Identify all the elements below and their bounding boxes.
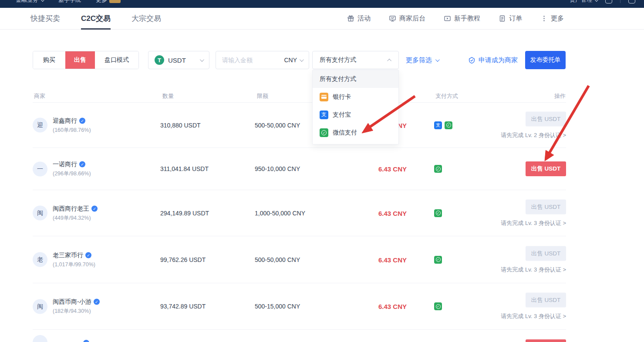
table-row: 一一诺商行✓(296单/98.66%)311,041.84 USDT950-10… — [33, 148, 566, 190]
table-row: 闽闽西商行老王✓(449单/94.32%)294,149.89 USDT1,00… — [33, 190, 566, 236]
merchant-cell: 老老三家币行✓(1,017单/99.70%) — [33, 251, 95, 268]
limit-cell: 1,000-50,000 CNY — [255, 210, 305, 217]
payment-icons-cell: 支✓ — [434, 121, 452, 129]
payment-dropdown-menu: 所有支付方式 银行卡 支 支付宝 ✓ 微信支付 — [312, 70, 399, 144]
topbar-menu-assets[interactable]: 资产管理 — [570, 0, 597, 4]
merchant-cell: ✓ — [33, 335, 89, 342]
buy-tab[interactable]: 购买 — [33, 51, 65, 69]
amount-input[interactable] — [222, 57, 280, 64]
nav-link-activity[interactable]: 活动 — [347, 14, 371, 23]
merchant-orders: (182单/94.30%) — [53, 308, 100, 315]
merchant-name[interactable]: 闽西商行老王✓ — [53, 205, 98, 212]
user-icon[interactable] — [605, 0, 612, 3]
payment-icons-cell: ✓ — [434, 165, 442, 173]
top-navigation-bar: 金融业务 新手学院 更多 资产管理 — [0, 0, 644, 8]
payment-method-select[interactable]: 所有支付方式 — [312, 51, 399, 69]
download-app-icon[interactable] — [628, 0, 635, 3]
topbar-menu-academy[interactable]: 新手学院 — [58, 0, 81, 4]
sell-usdt-button[interactable]: 出售 USDT — [526, 199, 566, 214]
amount-filter: CNY — [216, 51, 309, 69]
nav-link-merchant-console[interactable]: 商家后台 — [389, 14, 425, 23]
col-merchant: 商家 — [34, 92, 45, 100]
merchant-name[interactable]: 迎鑫商行✓ — [53, 117, 91, 124]
wechat-pay-icon: ✓ — [445, 121, 452, 129]
merchant-orders: (160单/98.76%) — [53, 126, 91, 134]
amount-cell: 93,742.89 USDT — [160, 303, 206, 310]
sell-usdt-button[interactable]: 出售 USDT — [526, 293, 566, 308]
tether-icon: T — [155, 55, 164, 65]
sell-usdt-button[interactable] — [526, 339, 566, 342]
dropdown-item-wechatpay[interactable]: ✓ 微信支付 — [313, 124, 398, 141]
offers-table: 商家 数量 限额 支付方式 操作 迎迎鑫商行✓(160单/98.76%)310,… — [33, 91, 566, 342]
post-order-button[interactable]: 发布委托单 — [525, 51, 566, 69]
action-cell: 出售 USDT请先完成 Lv. 2 身份认证 > — [501, 111, 566, 139]
tab-c2c-trade[interactable]: C2C交易 — [81, 8, 111, 30]
nav-link-orders[interactable]: 订单 — [499, 14, 522, 23]
limit-cell: 500-50,000 CNY — [255, 256, 300, 263]
dropdown-item-alipay[interactable]: 支 支付宝 — [313, 106, 398, 124]
payment-icons-cell: ✓ — [434, 256, 442, 264]
dropdown-item-bankcard[interactable]: 银行卡 — [313, 88, 398, 106]
nav-link-beginner-tutorial[interactable]: 新手教程 — [444, 14, 480, 23]
wechat-pay-icon: ✓ — [320, 128, 328, 137]
merchant-orders: (296单/98.66%) — [53, 170, 91, 178]
avatar: 闽 — [33, 299, 47, 314]
video-icon — [444, 15, 451, 22]
action-cell: 出售 USDT — [526, 161, 566, 176]
new-badge — [109, 0, 121, 3]
table-row: 迎迎鑫商行✓(160单/98.76%)310,880 USDT500-50,00… — [33, 103, 566, 148]
action-cell: 出售 USDT请先完成 Lv. 3 身份认证 > — [501, 199, 566, 227]
wechat-pay-icon: ✓ — [434, 165, 442, 173]
chevron-down-icon — [435, 57, 440, 62]
topbar-menu-more[interactable]: 更多 — [96, 0, 121, 4]
payment-icons-cell: ✓ — [434, 209, 442, 217]
more-dots-icon — [540, 15, 548, 22]
verified-icon: ✓ — [91, 205, 98, 211]
merchant-name[interactable]: 闽西币商-小游✓ — [53, 298, 100, 306]
apply-merchant-link[interactable]: 申请成为商家 — [468, 51, 518, 69]
amount-cell: 311,041.84 USDT — [160, 165, 209, 172]
orderbook-mode-tab[interactable]: 盘口模式 — [95, 51, 138, 69]
col-amount: 数量 — [162, 92, 174, 100]
tab-block-trade[interactable]: 大宗交易 — [131, 8, 161, 30]
verified-icon: ✓ — [85, 252, 91, 258]
wechat-pay-icon: ✓ — [434, 302, 442, 310]
currency-select[interactable]: CNY — [284, 57, 303, 64]
avatar: 迎 — [33, 118, 47, 133]
topbar-menu-finance[interactable]: 金融业务 — [16, 0, 44, 4]
avatar: 闽 — [33, 206, 47, 221]
col-action: 操作 — [554, 92, 566, 100]
sell-tab[interactable]: 出售 — [65, 51, 95, 69]
filter-bar: 购买 出售 盘口模式 T USDT CNY 所有支付方式 更多筛选 申请成 — [33, 51, 566, 69]
merchant-name[interactable]: 一诺商行✓ — [53, 161, 91, 168]
dropdown-item-all-payments[interactable]: 所有支付方式 — [313, 70, 398, 88]
sell-usdt-button[interactable]: 出售 USDT — [526, 161, 566, 176]
trade-mode-tabs: 快捷买卖 C2C交易 大宗交易 — [30, 8, 161, 30]
table-row: 老老三家币行✓(1,017单/99.70%)99,762.26 USDT500-… — [33, 236, 566, 283]
more-filters-link[interactable]: 更多筛选 — [406, 51, 438, 69]
merchant-cell: 闽闽西商行老王✓(449单/94.32%) — [33, 205, 98, 221]
verify-hint[interactable]: 请先完成 Lv. 2 身份认证 > — [501, 131, 566, 139]
secondary-navigation: 快捷买卖 C2C交易 大宗交易 活动 商家后台 新手教程 订单 — [0, 8, 644, 30]
verify-hint[interactable]: 请先完成 Lv. 3 身份认证 > — [501, 265, 566, 273]
verified-icon: ✓ — [83, 340, 89, 342]
dashboard-icon — [389, 15, 396, 22]
sell-usdt-button[interactable]: 出售 USDT — [526, 246, 566, 261]
sell-usdt-button[interactable]: 出售 USDT — [526, 111, 566, 126]
gift-icon — [347, 15, 354, 22]
verified-icon: ✓ — [94, 299, 100, 305]
nav-link-more[interactable]: 更多 — [540, 14, 564, 23]
order-icon — [499, 15, 506, 22]
amount-cell: 99,762.26 USDT — [160, 256, 206, 263]
merchant-badge-icon — [468, 57, 475, 64]
merchant-name[interactable]: 老三家币行✓ — [53, 251, 95, 259]
verify-hint[interactable]: 请先完成 Lv. 3 身份认证 > — [501, 312, 566, 320]
verify-hint[interactable]: 请先完成 Lv. 3 身份认证 > — [501, 219, 566, 227]
tab-quick-trade[interactable]: 快捷买卖 — [30, 8, 60, 30]
col-payment: 支付方式 — [435, 92, 458, 100]
price-cell: 6.43 CNY — [378, 209, 407, 217]
price-cell: 6.43 CNY — [378, 256, 407, 263]
chevron-down-icon — [594, 0, 599, 2]
coin-select[interactable]: T USDT — [148, 51, 209, 69]
limit-cell: 500-50,000 CNY — [255, 122, 300, 129]
